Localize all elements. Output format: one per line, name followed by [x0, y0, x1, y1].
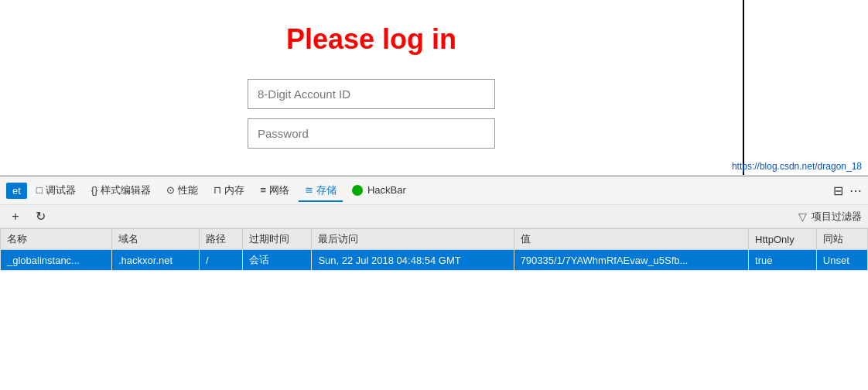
tab-storage[interactable]: ≅ 存储 — [299, 180, 343, 202]
filter-area: ▽ 项目过滤器 — [798, 210, 862, 224]
tab-storage-label: 存储 — [316, 183, 337, 197]
tab-performance-label: 性能 — [178, 183, 198, 197]
table-row[interactable]: _globalinstanc... .hackxor.net / 会话 Sun,… — [1, 250, 868, 271]
cell-last-accessed: Sun, 22 Jul 2018 04:48:54 GMT — [312, 250, 514, 271]
toolbar-right: ⊟ ⋯ — [833, 183, 862, 198]
tab-network[interactable]: ≡ 网络 — [254, 180, 296, 202]
col-name[interactable]: 名称 — [1, 229, 112, 250]
col-value[interactable]: 值 — [514, 229, 748, 250]
cell-expiry: 会话 — [242, 250, 312, 271]
cell-path: / — [200, 250, 243, 271]
add-cookie-button[interactable]: + — [6, 207, 25, 226]
tab-hackbar[interactable]: HackBar — [346, 181, 412, 200]
network-icon: ≡ — [260, 184, 266, 196]
cell-samesite: Unset — [816, 250, 867, 271]
status-bar: https://blog.csdn.net/dragon_18 — [726, 158, 868, 175]
tab-memory-label: 内存 — [224, 183, 244, 197]
filter-label: 项目过滤器 — [812, 210, 862, 224]
dock-icon[interactable]: ⊟ — [833, 183, 843, 198]
hackbar-icon — [352, 185, 363, 196]
password-input[interactable] — [248, 118, 495, 149]
cell-domain: .hackxor.net — [112, 250, 200, 271]
tab-network-label: 网络 — [269, 183, 289, 197]
login-form — [248, 79, 495, 149]
tab-hackbar-label: HackBar — [367, 184, 406, 196]
cell-value: 790335/1/7YAWhmRfAEvaw_u5Sfb... — [514, 250, 748, 271]
performance-icon: ⊙ — [166, 184, 175, 196]
sidebar-selected[interactable]: et — [6, 183, 27, 199]
col-last-accessed[interactable]: 最后访问 — [312, 229, 514, 250]
col-httponly[interactable]: HttpOnly — [749, 229, 817, 250]
tab-debugger-label: 调试器 — [46, 183, 76, 197]
style-editor-icon: {} — [91, 184, 98, 196]
col-expiry[interactable]: 过期时间 — [242, 229, 312, 250]
cell-httponly: true — [749, 250, 817, 271]
storage-icon: ≅ — [305, 184, 313, 196]
sidebar-selected-label: et — [12, 185, 21, 197]
cell-name: _globalinstanc... — [1, 250, 112, 271]
devtools-panel: et □ 调试器 {} 样式编辑器 ⊙ 性能 ⊓ 内存 ≡ 网络 ≅ 存储 Ha… — [0, 176, 868, 271]
tab-style-editor-label: 样式编辑器 — [101, 183, 151, 197]
storage-subtoolbar: + ↻ ▽ 项目过滤器 — [0, 205, 868, 228]
memory-icon: ⊓ — [214, 184, 221, 196]
col-domain[interactable]: 域名 — [112, 229, 200, 250]
tab-style-editor[interactable]: {} 样式编辑器 — [85, 180, 158, 202]
cookies-table: 名称 域名 路径 过期时间 最后访问 值 HttpOnly 同站 _global… — [0, 228, 868, 271]
more-options-icon[interactable]: ⋯ — [849, 183, 862, 198]
table-header-row: 名称 域名 路径 过期时间 最后访问 值 HttpOnly 同站 — [1, 229, 868, 250]
account-id-input[interactable] — [248, 79, 495, 109]
tab-performance[interactable]: ⊙ 性能 — [160, 180, 204, 202]
refresh-button[interactable]: ↻ — [31, 207, 50, 226]
status-url: https://blog.csdn.net/dragon_18 — [732, 161, 862, 172]
col-path[interactable]: 路径 — [200, 229, 243, 250]
main-content: Please log in — [0, 0, 744, 175]
tab-memory[interactable]: ⊓ 内存 — [207, 180, 251, 202]
browser-page: Please log in https://blog.csdn.net/drag… — [0, 0, 868, 176]
filter-icon: ▽ — [798, 210, 807, 223]
devtools-toolbar: et □ 调试器 {} 样式编辑器 ⊙ 性能 ⊓ 内存 ≡ 网络 ≅ 存储 Ha… — [0, 177, 868, 205]
right-panel — [744, 0, 868, 175]
tab-debugger[interactable]: □ 调试器 — [30, 180, 82, 202]
page-title: Please log in — [286, 23, 456, 56]
col-samesite[interactable]: 同站 — [816, 229, 867, 250]
debugger-icon: □ — [36, 184, 43, 196]
